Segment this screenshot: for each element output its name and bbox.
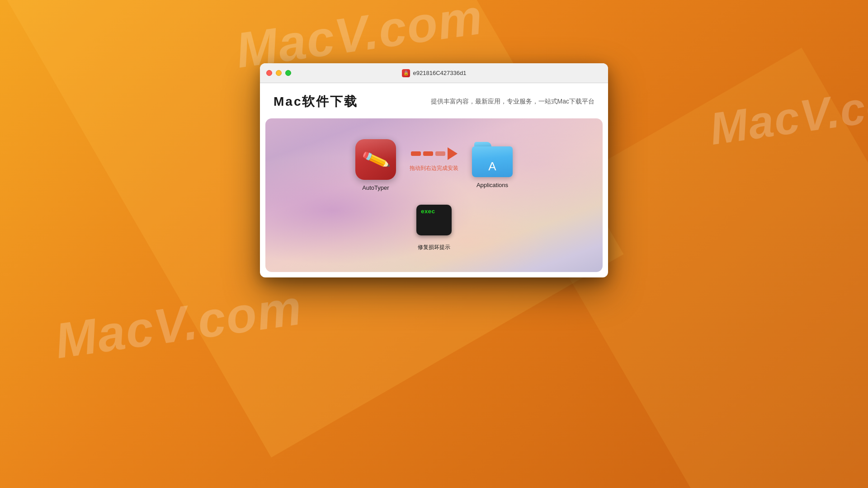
exec-icon: exec bbox=[416, 205, 452, 235]
mac-window: 🔒 e921816C427336d1 Mac软件下载 提供丰富内容，最新应用，专… bbox=[260, 63, 608, 277]
dashed-arrow bbox=[411, 147, 458, 160]
exec-text: exec bbox=[421, 208, 435, 215]
window-header: Mac软件下载 提供丰富内容，最新应用，专业服务，一站式Mac下载平台 bbox=[260, 83, 608, 118]
exec-label: 修复损坏提示 bbox=[418, 244, 450, 251]
drag-instruction-label: 拖动到右边完成安装 bbox=[410, 164, 458, 172]
autotyper-label: AutoTyper bbox=[362, 184, 389, 191]
dash-3 bbox=[435, 151, 445, 156]
install-row: ✏️ AutoTyper 拖动到右边完成安装 A bbox=[355, 139, 513, 191]
dash-1 bbox=[411, 151, 421, 156]
dash-2 bbox=[423, 151, 433, 156]
folder-body: A bbox=[472, 146, 513, 177]
titlebar-icon: 🔒 bbox=[402, 69, 410, 77]
arrow-head bbox=[448, 147, 458, 160]
folder-app-symbol: A bbox=[488, 160, 496, 174]
autotyper-pen-icon: ✏️ bbox=[360, 144, 391, 175]
site-subtitle: 提供丰富内容，最新应用，专业服务，一站式Mac下载平台 bbox=[431, 98, 594, 106]
maximize-button[interactable] bbox=[285, 70, 291, 76]
site-title: Mac软件下载 bbox=[274, 93, 358, 110]
exec-item: exec 修复损坏提示 bbox=[416, 205, 452, 251]
applications-label: Applications bbox=[476, 182, 508, 188]
applications-folder-icon: A bbox=[472, 142, 513, 177]
autotyper-app-item: ✏️ AutoTyper bbox=[355, 139, 396, 191]
titlebar-title-group: 🔒 e921816C427336d1 bbox=[402, 69, 467, 77]
titlebar: 🔒 e921816C427336d1 bbox=[260, 63, 608, 83]
exec-app-item: exec 修复损坏提示 bbox=[416, 205, 452, 251]
close-button[interactable] bbox=[266, 70, 272, 76]
titlebar-text: e921816C427336d1 bbox=[413, 70, 467, 76]
watermark-bottom-left: MacV.com bbox=[52, 278, 306, 369]
dmg-content-area: ✏️ AutoTyper 拖动到右边完成安装 A bbox=[265, 118, 603, 272]
drag-arrow-area: 拖动到右边完成安装 bbox=[410, 147, 458, 172]
traffic-lights bbox=[266, 70, 291, 76]
watermark-right: MacV.co bbox=[707, 78, 868, 155]
autotyper-icon: ✏️ bbox=[355, 139, 396, 180]
applications-folder-item: A Applications bbox=[472, 142, 513, 188]
minimize-button[interactable] bbox=[276, 70, 282, 76]
